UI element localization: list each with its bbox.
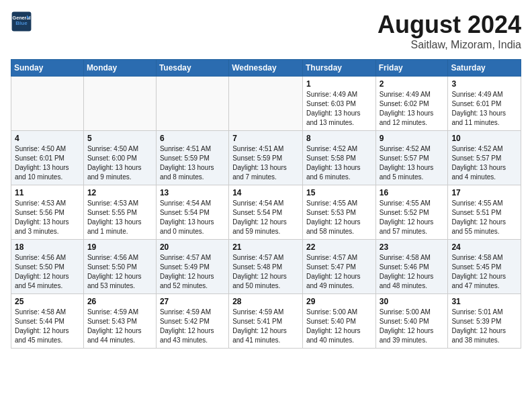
svg-text:Blue: Blue xyxy=(15,20,28,26)
weekday-header-wednesday: Wednesday xyxy=(229,60,303,77)
weekday-header-thursday: Thursday xyxy=(302,60,375,77)
calendar-cell: 21Sunrise: 4:57 AMSunset: 5:48 PMDayligh… xyxy=(229,240,303,294)
day-number: 5 xyxy=(87,134,152,143)
day-info: Sunrise: 4:49 AMSunset: 6:03 PMDaylight:… xyxy=(306,90,372,128)
day-info: Sunrise: 4:57 AMSunset: 5:48 PMDaylight:… xyxy=(232,253,299,291)
day-number: 15 xyxy=(306,188,372,197)
calendar-cell: 17Sunrise: 4:55 AMSunset: 5:51 PMDayligh… xyxy=(448,185,521,240)
weekday-header-row: SundayMondayTuesdayWednesdayThursdayFrid… xyxy=(11,60,521,77)
day-number: 19 xyxy=(87,242,152,252)
day-info: Sunrise: 4:51 AMSunset: 5:59 PMDaylight:… xyxy=(160,144,225,182)
day-number: 9 xyxy=(380,134,445,143)
calendar-cell: 20Sunrise: 4:57 AMSunset: 5:49 PMDayligh… xyxy=(156,240,228,294)
calendar-cell: 12Sunrise: 4:53 AMSunset: 5:55 PMDayligh… xyxy=(83,185,156,240)
day-info: Sunrise: 4:49 AMSunset: 6:01 PMDaylight:… xyxy=(451,90,517,128)
calendar-cell: 14Sunrise: 4:54 AMSunset: 5:54 PMDayligh… xyxy=(229,185,303,240)
calendar-cell: 1Sunrise: 4:49 AMSunset: 6:03 PMDaylight… xyxy=(302,77,375,131)
calendar-cell: 8Sunrise: 4:52 AMSunset: 5:58 PMDaylight… xyxy=(302,131,375,185)
calendar-cell: 23Sunrise: 4:58 AMSunset: 5:46 PMDayligh… xyxy=(375,240,448,294)
day-number: 25 xyxy=(15,297,80,306)
calendar-cell: 22Sunrise: 4:57 AMSunset: 5:47 PMDayligh… xyxy=(302,240,375,294)
calendar-cell xyxy=(83,77,156,131)
day-info: Sunrise: 4:59 AMSunset: 5:43 PMDaylight:… xyxy=(87,308,152,345)
calendar-cell: 5Sunrise: 4:50 AMSunset: 6:00 PMDaylight… xyxy=(83,131,156,185)
day-info: Sunrise: 4:49 AMSunset: 6:02 PMDaylight:… xyxy=(380,90,445,128)
calendar-cell: 24Sunrise: 4:58 AMSunset: 5:45 PMDayligh… xyxy=(448,240,521,294)
location-subtitle: Saitlaw, Mizoram, India xyxy=(378,39,521,51)
calendar-cell: 28Sunrise: 4:59 AMSunset: 5:41 PMDayligh… xyxy=(229,294,303,349)
day-info: Sunrise: 4:55 AMSunset: 5:51 PMDaylight:… xyxy=(451,199,517,236)
weekday-header-monday: Monday xyxy=(83,60,156,77)
calendar-cell: 26Sunrise: 4:59 AMSunset: 5:43 PMDayligh… xyxy=(83,294,156,349)
calendar-week-row: 25Sunrise: 4:58 AMSunset: 5:44 PMDayligh… xyxy=(11,294,521,349)
day-number: 26 xyxy=(87,297,152,306)
weekday-header-sunday: Sunday xyxy=(11,60,84,77)
logo-icon: General Blue xyxy=(11,11,32,32)
calendar-cell: 27Sunrise: 4:59 AMSunset: 5:42 PMDayligh… xyxy=(156,294,228,349)
calendar-cell: 6Sunrise: 4:51 AMSunset: 5:59 PMDaylight… xyxy=(156,131,228,185)
title-block: August 2024 Saitlaw, Mizoram, India xyxy=(378,11,521,51)
day-number: 29 xyxy=(306,297,372,306)
day-info: Sunrise: 4:59 AMSunset: 5:42 PMDaylight:… xyxy=(160,308,225,345)
weekday-header-saturday: Saturday xyxy=(448,60,521,77)
calendar-week-row: 4Sunrise: 4:50 AMSunset: 6:01 PMDaylight… xyxy=(11,131,521,185)
day-number: 21 xyxy=(232,242,299,252)
day-number: 3 xyxy=(451,79,517,89)
day-info: Sunrise: 4:52 AMSunset: 5:57 PMDaylight:… xyxy=(380,144,445,182)
day-info: Sunrise: 4:56 AMSunset: 5:50 PMDaylight:… xyxy=(87,253,152,291)
calendar-table: SundayMondayTuesdayWednesdayThursdayFrid… xyxy=(11,59,521,349)
day-number: 24 xyxy=(451,242,517,252)
calendar-week-row: 18Sunrise: 4:56 AMSunset: 5:50 PMDayligh… xyxy=(11,240,521,294)
day-number: 14 xyxy=(232,188,299,197)
weekday-header-tuesday: Tuesday xyxy=(156,60,228,77)
day-info: Sunrise: 4:55 AMSunset: 5:53 PMDaylight:… xyxy=(306,199,372,236)
calendar-cell: 16Sunrise: 4:55 AMSunset: 5:52 PMDayligh… xyxy=(375,185,448,240)
day-number: 18 xyxy=(15,242,80,252)
calendar-cell: 25Sunrise: 4:58 AMSunset: 5:44 PMDayligh… xyxy=(11,294,84,349)
day-info: Sunrise: 4:57 AMSunset: 5:49 PMDaylight:… xyxy=(160,253,225,291)
day-info: Sunrise: 4:51 AMSunset: 5:59 PMDaylight:… xyxy=(232,144,299,182)
day-info: Sunrise: 5:01 AMSunset: 5:39 PMDaylight:… xyxy=(451,308,517,345)
calendar-cell: 10Sunrise: 4:52 AMSunset: 5:57 PMDayligh… xyxy=(448,131,521,185)
day-info: Sunrise: 5:00 AMSunset: 5:40 PMDaylight:… xyxy=(306,308,372,345)
day-number: 30 xyxy=(380,297,445,306)
day-number: 20 xyxy=(160,242,225,252)
day-info: Sunrise: 4:56 AMSunset: 5:50 PMDaylight:… xyxy=(15,253,80,291)
day-info: Sunrise: 4:58 AMSunset: 5:44 PMDaylight:… xyxy=(15,308,80,345)
day-info: Sunrise: 5:00 AMSunset: 5:40 PMDaylight:… xyxy=(380,308,445,345)
day-number: 7 xyxy=(232,134,299,143)
calendar-cell: 2Sunrise: 4:49 AMSunset: 6:02 PMDaylight… xyxy=(375,77,448,131)
day-info: Sunrise: 4:54 AMSunset: 5:54 PMDaylight:… xyxy=(160,199,225,236)
calendar-cell: 18Sunrise: 4:56 AMSunset: 5:50 PMDayligh… xyxy=(11,240,84,294)
day-number: 1 xyxy=(306,79,372,89)
day-number: 2 xyxy=(380,79,445,89)
calendar-cell: 15Sunrise: 4:55 AMSunset: 5:53 PMDayligh… xyxy=(302,185,375,240)
calendar-cell: 29Sunrise: 5:00 AMSunset: 5:40 PMDayligh… xyxy=(302,294,375,349)
day-number: 12 xyxy=(87,188,152,197)
day-info: Sunrise: 4:50 AMSunset: 6:00 PMDaylight:… xyxy=(87,144,152,182)
calendar-cell: 11Sunrise: 4:53 AMSunset: 5:56 PMDayligh… xyxy=(11,185,84,240)
day-number: 28 xyxy=(232,297,299,306)
day-info: Sunrise: 4:58 AMSunset: 5:45 PMDaylight:… xyxy=(451,253,517,291)
day-info: Sunrise: 4:59 AMSunset: 5:41 PMDaylight:… xyxy=(232,308,299,345)
day-info: Sunrise: 4:52 AMSunset: 5:58 PMDaylight:… xyxy=(306,144,372,182)
day-number: 23 xyxy=(380,242,445,252)
day-info: Sunrise: 4:54 AMSunset: 5:54 PMDaylight:… xyxy=(232,199,299,236)
page-header: General Blue August 2024 Saitlaw, Mizora… xyxy=(11,11,521,51)
calendar-cell: 13Sunrise: 4:54 AMSunset: 5:54 PMDayligh… xyxy=(156,185,228,240)
calendar-week-row: 11Sunrise: 4:53 AMSunset: 5:56 PMDayligh… xyxy=(11,185,521,240)
day-number: 16 xyxy=(380,188,445,197)
calendar-cell: 30Sunrise: 5:00 AMSunset: 5:40 PMDayligh… xyxy=(375,294,448,349)
weekday-header-friday: Friday xyxy=(375,60,448,77)
day-info: Sunrise: 4:53 AMSunset: 5:56 PMDaylight:… xyxy=(15,199,80,236)
day-info: Sunrise: 4:53 AMSunset: 5:55 PMDaylight:… xyxy=(87,199,152,236)
day-number: 13 xyxy=(160,188,225,197)
day-number: 10 xyxy=(451,134,517,143)
calendar-cell: 7Sunrise: 4:51 AMSunset: 5:59 PMDaylight… xyxy=(229,131,303,185)
day-number: 11 xyxy=(15,188,80,197)
day-number: 4 xyxy=(15,134,80,143)
calendar-week-row: 1Sunrise: 4:49 AMSunset: 6:03 PMDaylight… xyxy=(11,77,521,131)
day-number: 17 xyxy=(451,188,517,197)
calendar-cell: 9Sunrise: 4:52 AMSunset: 5:57 PMDaylight… xyxy=(375,131,448,185)
day-number: 8 xyxy=(306,134,372,143)
